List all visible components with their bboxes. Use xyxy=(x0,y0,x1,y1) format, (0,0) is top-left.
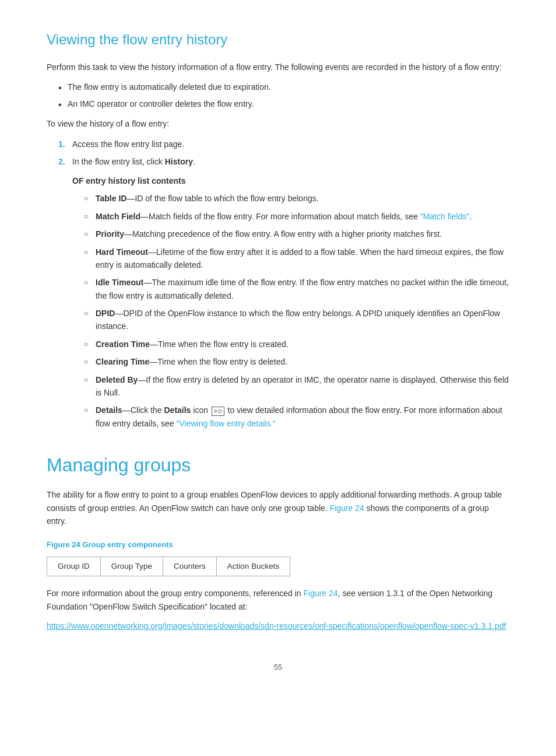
details-bold: Details xyxy=(164,405,191,415)
list-item-table-id: Table ID—ID of the flow table to which t… xyxy=(84,192,509,205)
label-dpid: DPID xyxy=(96,309,115,318)
list-item-idle-timeout: Idle Timeout—The maximum idle time of th… xyxy=(84,276,509,302)
bullet-item-2: An IMC operator or controller deletes th… xyxy=(58,97,509,110)
viewing-flow-entry-link[interactable]: "Viewing flow entry details." xyxy=(177,419,276,428)
label-match-field: Match Field xyxy=(96,212,140,221)
spec-url-link[interactable]: https://www.opennetworking.org/images/st… xyxy=(47,621,506,631)
group-table: Group ID Group Type Counters Action Buck… xyxy=(47,556,290,576)
of-history-list: Table ID—ID of the flow table to which t… xyxy=(84,192,509,430)
page-number: 55 xyxy=(47,662,509,673)
text-idle-timeout: —The maximum idle time of the flow entry… xyxy=(96,278,509,300)
step-2: 2. In the flow entry list, click History… xyxy=(58,155,509,168)
figure-label: Figure 24 Group entry components xyxy=(47,539,509,551)
step-1: 1. Access the flow entry list page. xyxy=(58,138,509,150)
list-item-priority: Priority—Matching precedence of the flow… xyxy=(84,228,509,240)
steps-intro: To view the history of a flow entry: xyxy=(47,117,509,130)
col-counters: Counters xyxy=(163,556,217,576)
list-item-clearing-time: Clearing Time—Time when the flow entry i… xyxy=(84,355,509,368)
label-clearing-time: Clearing Time xyxy=(96,357,149,366)
label-hard-timeout: Hard Timeout xyxy=(96,247,148,257)
figure24-link-1[interactable]: Figure 24 xyxy=(330,503,364,513)
section2-intro: The ability for a flow entry to point to… xyxy=(47,488,509,527)
section1-title: Viewing the flow entry history xyxy=(47,29,509,50)
list-item-match-field: Match Field—Match fields of the flow ent… xyxy=(84,210,509,223)
col-group-type: Group Type xyxy=(100,556,163,576)
table-row: Group ID Group Type Counters Action Buck… xyxy=(47,556,290,576)
numbered-steps: 1. Access the flow entry list page. 2. I… xyxy=(58,138,509,169)
text-deleted-by: —If the flow entry is deleted by an oper… xyxy=(96,375,509,397)
list-item-hard-timeout: Hard Timeout—Lifetime of the flow entry … xyxy=(84,246,509,272)
section1-intro: Perform this task to view the history in… xyxy=(47,61,509,74)
col-action-buckets: Action Buckets xyxy=(216,556,290,576)
label-priority: Priority xyxy=(96,229,124,239)
subheading: OF entry history list contents xyxy=(72,175,509,187)
bullet-list: The flow entry is automatically deleted … xyxy=(58,80,509,110)
text-clearing-time: —Time when the flow entry is deleted. xyxy=(149,357,287,366)
col-group-id: Group ID xyxy=(47,556,101,576)
label-creation-time: Creation Time xyxy=(96,340,150,349)
list-item-dpid: DPID—DPID of the OpenFlow instance to wh… xyxy=(84,307,509,333)
label-details: Details xyxy=(96,405,122,415)
text-creation-time: —Time when the flow entry is created. xyxy=(150,340,288,349)
step-2-text: In the flow entry list, click History. xyxy=(72,157,195,166)
text-details: —Click the Details icon ≡⊙ to view detai… xyxy=(96,405,502,428)
list-item-deleted-by: Deleted By—If the flow entry is deleted … xyxy=(84,373,509,400)
list-item-details: Details—Click the Details icon ≡⊙ to vie… xyxy=(84,404,509,430)
label-idle-timeout: Idle Timeout xyxy=(96,278,143,287)
details-icon: ≡⊙ xyxy=(212,407,224,416)
group-table-container: Group ID Group Type Counters Action Buck… xyxy=(47,556,509,576)
match-fields-link[interactable]: "Match fields" xyxy=(420,212,470,221)
text-dpid: —DPID of the OpenFlow instance to which … xyxy=(96,309,500,331)
step-1-text: Access the flow entry list page. xyxy=(72,139,184,149)
step-1-num: 1. xyxy=(58,138,65,150)
text-priority: —Matching precedence of the flow entry. … xyxy=(124,229,442,239)
figure24-link-2[interactable]: Figure 24 xyxy=(303,589,337,598)
step-2-num: 2. xyxy=(58,155,65,168)
section2-body-text: For more information about the group ent… xyxy=(47,589,303,598)
text-hard-timeout: —Lifetime of the flow entry after it is … xyxy=(96,247,504,270)
text-match-field: —Match fields of the flow entry. For mor… xyxy=(140,212,471,221)
text-table-id: —ID of the flow table to which the flow … xyxy=(126,194,318,203)
step-2-bold: History xyxy=(165,157,193,166)
section2-body: For more information about the group ent… xyxy=(47,587,509,613)
url-paragraph: https://www.opennetworking.org/images/st… xyxy=(47,620,509,632)
section2-title: Managing groups xyxy=(47,451,509,479)
bullet-item-1: The flow entry is automatically deleted … xyxy=(58,80,509,93)
label-table-id: Table ID xyxy=(96,194,126,203)
list-item-creation-time: Creation Time—Time when the flow entry i… xyxy=(84,338,509,351)
label-deleted-by: Deleted By xyxy=(96,375,138,384)
